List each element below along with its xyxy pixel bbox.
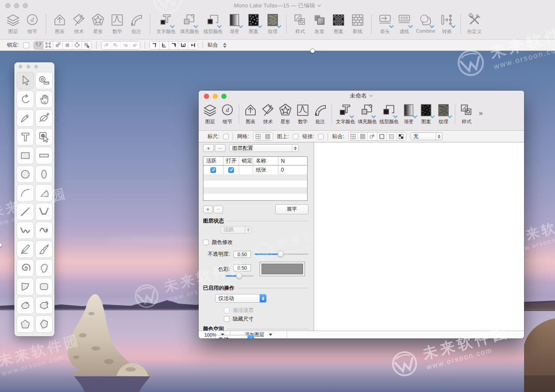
toolbar-item-technical[interactable]: 技术	[69, 12, 88, 35]
seg-snap-frame-alt[interactable]	[387, 132, 396, 140]
seg-align-left-edges[interactable]	[159, 41, 169, 49]
layer-row[interactable]: 纸张0	[203, 166, 307, 174]
toolbar-item-text-color[interactable]: 文字颜色	[154, 12, 178, 35]
seg-node-corner[interactable]	[53, 41, 63, 49]
zoom-button[interactable]	[221, 94, 227, 99]
layers-table[interactable]: 活跃打开锁定名称N纸张0	[203, 156, 308, 201]
snap-stepper[interactable]	[223, 43, 227, 48]
toolbar-item-text-color[interactable]: 文字颜色	[335, 102, 356, 125]
scurve-tool[interactable]	[35, 222, 53, 239]
knife-tool[interactable]	[17, 109, 34, 127]
toolbar-item-gradient[interactable]: 渐变	[225, 12, 244, 35]
toolbar-item-technical[interactable]: 技术	[259, 102, 277, 125]
window-controls[interactable]	[204, 94, 227, 99]
toolbar-item-pattern[interactable]: 图案	[244, 12, 263, 35]
link-checkbox[interactable]	[318, 134, 324, 139]
pie-tool[interactable]	[35, 184, 53, 202]
add-config-button[interactable]: +	[203, 144, 214, 152]
toolbar-item-style[interactable]: 样式	[458, 102, 475, 125]
zoom-button[interactable]	[23, 3, 28, 8]
color-modify-checkbox[interactable]	[203, 240, 209, 245]
toolbar-item-math[interactable]: 数学	[108, 12, 127, 35]
title-chevron-icon[interactable]	[317, 4, 321, 7]
toolbar-item-stars[interactable]: 星形	[277, 102, 294, 125]
doc-title-bar[interactable]: 未命名	[199, 91, 524, 101]
lock-checkbox[interactable]	[23, 42, 29, 48]
toolbar-item-pattern2[interactable]: 图案	[329, 12, 348, 35]
polygon-tool[interactable]	[35, 315, 53, 333]
seg-grid-coarse[interactable]	[254, 132, 263, 140]
close-button[interactable]	[5, 3, 10, 8]
toolbar-item-gradient[interactable]: 渐变	[400, 102, 417, 125]
pan-tool[interactable]	[35, 91, 53, 108]
seg-snap-checker[interactable]	[396, 132, 406, 140]
on-image-checkbox[interactable]	[293, 134, 298, 139]
measure-tool[interactable]	[35, 72, 53, 89]
silhouette-tool[interactable]	[35, 259, 53, 277]
seg-grid-fine[interactable]	[358, 132, 368, 140]
curve-tool[interactable]	[17, 222, 34, 239]
seg-arrange-backward[interactable]	[121, 41, 130, 49]
tint-slider[interactable]	[226, 273, 254, 279]
layer-config-dropdown[interactable]: 图层配置	[229, 144, 299, 152]
toolbar-item-grayscale[interactable]: 灰度	[310, 12, 329, 35]
pentagon-tool[interactable]	[17, 315, 34, 333]
toolbar-item-layers[interactable]: 图层	[3, 12, 23, 35]
colorspace-dropdown[interactable]: 各种	[215, 335, 254, 338]
seg-arrange-forward[interactable]	[111, 41, 121, 49]
opacity-slider[interactable]	[254, 251, 308, 257]
flatten-button[interactable]: 展平	[275, 204, 308, 214]
undo-tool[interactable]	[17, 91, 34, 108]
toolbar-item-hatch[interactable]: 影线	[348, 12, 367, 35]
ruler-checkbox[interactable]	[223, 134, 229, 139]
target-select-tool[interactable]	[35, 128, 53, 145]
arc-tool[interactable]	[17, 184, 34, 202]
snap-mode-dropdown[interactable]: 无	[410, 132, 443, 140]
seg-arrange-back[interactable]	[130, 41, 140, 49]
tint-color-swatch[interactable]	[260, 262, 305, 276]
toolbar-item-detail[interactable]: d细节	[23, 12, 42, 35]
selection-handle-top[interactable]	[310, 48, 315, 53]
toolbar-item-annotation[interactable]: text批注	[127, 12, 146, 35]
seg-solid-square[interactable]	[63, 41, 72, 49]
toolbar-item-fill-color[interactable]: 填充颜色	[178, 12, 201, 35]
toolbar-item-pattern[interactable]: 图案	[417, 102, 435, 125]
wedge-tool[interactable]	[17, 278, 34, 295]
text-tool[interactable]	[17, 128, 34, 145]
toolbar-item-layers[interactable]: 图层	[201, 102, 219, 125]
tint-field[interactable]: 0.50	[234, 264, 251, 271]
rect-tool[interactable]	[17, 147, 34, 164]
toolbar-item-detail[interactable]: d细节	[219, 102, 236, 125]
blob2-tool[interactable]	[35, 297, 53, 314]
toolbar-item-charts[interactable]: 图表	[50, 12, 69, 35]
palette-title-bar[interactable]	[14, 62, 54, 71]
toolbar-item-annotation[interactable]: text批注	[311, 102, 329, 125]
seg-arrange-front[interactable]	[102, 41, 111, 49]
layer-active-checkbox[interactable]	[210, 167, 216, 173]
seg-path-nodes[interactable]	[34, 41, 44, 49]
toolbar-item-customize[interactable]: 自定义	[465, 12, 484, 35]
polyline-tool[interactable]	[35, 203, 53, 220]
layer-open-checkbox[interactable]	[228, 167, 234, 173]
seg-snap-object[interactable]	[368, 132, 377, 140]
main-title-bar[interactable]: Mono Lake Tufas—15 — 已编辑	[0, 0, 555, 11]
toolbar-item-combine[interactable]: Combine	[414, 12, 437, 34]
toolbar-item-convert[interactable]: 转换	[437, 12, 457, 35]
seg-align-centers-h[interactable]	[169, 41, 179, 49]
zoom-tool[interactable]	[35, 109, 53, 127]
toolbar-overflow-chevron[interactable]: »	[479, 109, 483, 118]
seg-align-right-edges[interactable]	[150, 41, 159, 49]
toolbar-item-dash[interactable]: 虚线	[395, 12, 414, 35]
toolbar-item-texture[interactable]: 纹理	[435, 102, 452, 125]
document-canvas[interactable]	[314, 142, 524, 331]
toolbar-item-line-color[interactable]: 线型颜色	[378, 102, 400, 125]
enabled-ops-dropdown[interactable]: 仅活动	[215, 294, 267, 303]
minimize-button[interactable]	[14, 3, 19, 8]
title-chevron-icon[interactable]	[369, 95, 373, 97]
brush-tool[interactable]	[35, 240, 53, 258]
seg-align-bottom-edges[interactable]	[179, 41, 188, 49]
toolbar-item-stars[interactable]: 星形	[88, 12, 108, 35]
toolbar-item-charts[interactable]: 图表	[242, 102, 259, 125]
spiral-tool[interactable]	[17, 259, 34, 277]
toolbar-item-fill-color[interactable]: 填充颜色	[356, 102, 378, 125]
